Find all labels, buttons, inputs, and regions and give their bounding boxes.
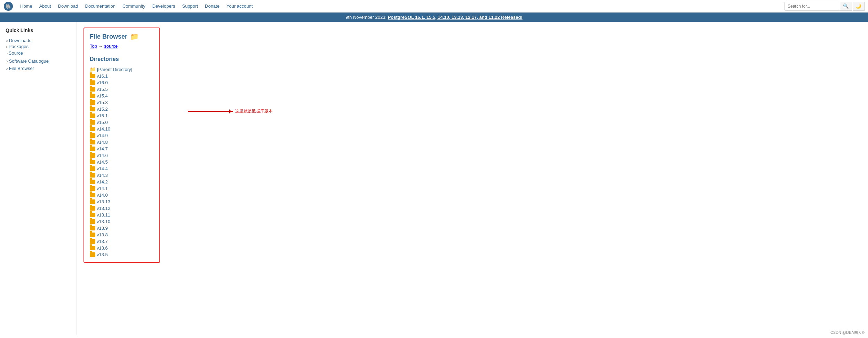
sidebar-link-source[interactable]: Source <box>9 50 23 56</box>
directory-list-item: v13.5 <box>90 251 154 258</box>
folder-icon <box>90 153 95 158</box>
nav-download[interactable]: Download <box>55 1 81 11</box>
directory-link[interactable]: v14.9 <box>97 133 108 138</box>
folder-header-icon: 📁 <box>130 32 139 41</box>
directory-link[interactable]: v14.8 <box>97 140 108 145</box>
nav-community[interactable]: Community <box>120 1 148 11</box>
directory-list-item: v14.7 <box>90 146 154 152</box>
folder-icon <box>90 219 95 224</box>
folder-icon <box>90 107 95 111</box>
logo[interactable]: 🐘 <box>3 1 13 11</box>
top-navigation: 🐘 Home About Download Documentation Comm… <box>0 0 868 13</box>
directory-link[interactable]: v14.10 <box>97 126 110 132</box>
directory-link[interactable]: v13.8 <box>97 232 108 237</box>
directory-list-item: v15.3 <box>90 99 154 106</box>
directory-link[interactable]: [Parent Directory] <box>97 67 132 72</box>
sidebar-title: Quick Links <box>6 27 71 33</box>
sidebar-item-source: Source <box>6 50 71 56</box>
directory-link[interactable]: v14.2 <box>97 179 108 184</box>
folder-icon <box>90 160 95 164</box>
folder-icon <box>90 246 95 250</box>
nav-documentation[interactable]: Documentation <box>82 1 118 11</box>
search-button[interactable]: 🔍 <box>840 2 852 11</box>
directory-list-item: v15.5 <box>90 86 154 93</box>
folder-icon <box>90 120 95 125</box>
parent-folder-icon: 📁 <box>90 66 96 72</box>
directory-list: 📁[Parent Directory]v16.1v16.0v15.5v15.4v… <box>90 66 154 258</box>
directory-link[interactable]: v13.10 <box>97 219 110 224</box>
announcement-text: 9th November 2023: <box>345 15 388 20</box>
directories-heading: Directories <box>90 53 154 62</box>
directory-list-item: v14.10 <box>90 126 154 132</box>
directory-link[interactable]: v13.11 <box>97 212 110 218</box>
directory-list-item: v16.0 <box>90 79 154 86</box>
folder-icon <box>90 140 95 144</box>
folder-icon <box>90 180 95 184</box>
directory-list-item: 📁[Parent Directory] <box>90 66 154 73</box>
directory-link[interactable]: v15.1 <box>97 113 108 118</box>
breadcrumb-arrow: → <box>98 44 104 49</box>
directory-link[interactable]: v14.4 <box>97 166 108 171</box>
sidebar-link-downloads[interactable]: Downloads <box>9 38 31 43</box>
directory-list-item: v14.3 <box>90 172 154 179</box>
directory-link[interactable]: v15.2 <box>97 107 108 112</box>
directory-link[interactable]: v13.13 <box>97 199 110 204</box>
nav-about[interactable]: About <box>37 1 54 11</box>
announcement-link[interactable]: PostgreSQL 16.1, 15.5, 14.10, 13.13, 12.… <box>388 15 523 20</box>
directory-link[interactable]: v13.6 <box>97 245 108 251</box>
directory-link[interactable]: v14.1 <box>97 186 108 191</box>
folder-icon <box>90 206 95 211</box>
folder-icon <box>90 113 95 118</box>
nav-your-account[interactable]: Your account <box>224 1 255 11</box>
search-input[interactable] <box>785 2 840 11</box>
folder-icon <box>90 199 95 204</box>
directory-list-item: v13.7 <box>90 238 154 245</box>
nav-developers[interactable]: Developers <box>150 1 178 11</box>
directory-list-item: v13.10 <box>90 218 154 225</box>
directory-link[interactable]: v14.7 <box>97 146 108 151</box>
search-area: 🔍 🌙 <box>785 2 865 11</box>
directory-link[interactable]: v15.0 <box>97 120 108 125</box>
directory-link[interactable]: v15.5 <box>97 87 108 92</box>
nav-home[interactable]: Home <box>17 1 35 11</box>
directory-link[interactable]: v15.4 <box>97 93 108 99</box>
directory-link[interactable]: v14.6 <box>97 153 108 158</box>
directory-list-item: v13.8 <box>90 231 154 238</box>
folder-icon <box>90 166 95 171</box>
dark-mode-toggle[interactable]: 🌙 <box>853 2 865 11</box>
directory-link[interactable]: v16.1 <box>97 73 108 79</box>
directory-link[interactable]: v13.7 <box>97 239 108 244</box>
directory-list-item: v14.0 <box>90 192 154 198</box>
breadcrumb-top-link[interactable]: Top <box>90 44 97 49</box>
folder-icon <box>90 186 95 191</box>
sidebar-links: Downloads Packages Source Software Catal… <box>6 37 71 72</box>
directory-link[interactable]: v14.0 <box>97 192 108 198</box>
nav-support[interactable]: Support <box>179 1 201 11</box>
directory-link[interactable]: v15.3 <box>97 100 108 105</box>
sidebar-link-packages[interactable]: Packages <box>9 44 29 49</box>
main-content: File Browser 📁 Top → source Directories … <box>77 22 868 335</box>
directory-link[interactable]: v13.12 <box>97 206 110 211</box>
directory-list-item: v15.0 <box>90 119 154 126</box>
sidebar-link-software-catalogue[interactable]: Software Catalogue <box>9 58 49 64</box>
directory-link[interactable]: v16.0 <box>97 80 108 85</box>
announcement-bar: 9th November 2023: PostgreSQL 16.1, 15.5… <box>0 13 868 22</box>
directory-list-item: v16.1 <box>90 73 154 79</box>
sidebar-link-file-browser[interactable]: File Browser <box>9 66 34 71</box>
directory-list-item: v14.8 <box>90 139 154 146</box>
directory-link[interactable]: v14.3 <box>97 173 108 178</box>
svg-text:🐘: 🐘 <box>6 3 11 9</box>
directory-list-item: v14.2 <box>90 179 154 185</box>
nav-links: Home About Download Documentation Commun… <box>17 1 785 11</box>
sidebar-item-downloads: Downloads Packages Source <box>6 37 71 57</box>
breadcrumb-current-link[interactable]: source <box>104 44 118 49</box>
folder-icon <box>90 252 95 257</box>
directory-list-item: v14.6 <box>90 152 154 159</box>
directory-link[interactable]: v13.5 <box>97 252 108 257</box>
nav-donate[interactable]: Donate <box>202 1 222 11</box>
folder-icon <box>90 133 95 138</box>
file-browser-header: File Browser 📁 <box>90 32 154 41</box>
directory-link[interactable]: v13.9 <box>97 226 108 231</box>
directory-link[interactable]: v14.5 <box>97 159 108 165</box>
folder-icon <box>90 193 95 197</box>
